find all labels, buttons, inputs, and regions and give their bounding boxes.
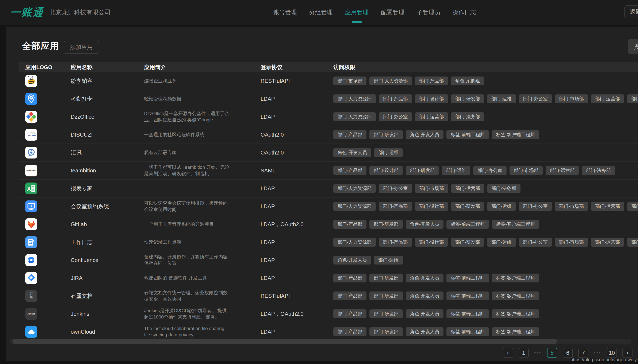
table-row[interactable]: 汇讯私有云部署专家OAuth2.0角色-开发人员部门-运维 <box>19 144 638 162</box>
permission-tag: 部门-研发部 <box>451 202 484 211</box>
login-protocol: LDAP，OAuth2.0 <box>260 221 303 228</box>
login-protocol: RESTfulAPI <box>260 293 290 299</box>
table-row[interactable]: JenkinsJenkinsJenkins是开源CI&CD软件领导者， 提供超过… <box>19 305 638 323</box>
app-desc-cell: 连接企业和业务 <box>144 72 231 90</box>
table-row[interactable]: Confluence创建内容、开展协作，并将所有工作内容保存在同一位置LDAP角… <box>19 251 638 269</box>
page-button[interactable]: 1 <box>519 348 529 358</box>
access-permission-tags: 部门-人力资源部部门-产品部部门-设计部部门-研发部部门-运维部门-办公室部门-… <box>333 90 638 108</box>
permission-tag: 部门-产品部 <box>379 94 412 103</box>
permission-tag: 部门-运营部 <box>415 112 448 121</box>
app-name-cell: ownCloud <box>71 323 95 340</box>
app-logo-cell <box>25 144 37 162</box>
top-navbar: 一账通 北京龙归科技有限公司 账号管理分组管理应用管理配置管理子管理员操作日志 … <box>0 0 638 25</box>
permission-tag: 部门-产品部 <box>333 327 367 336</box>
app-name: GitLab <box>71 221 87 228</box>
back-button[interactable]: 返回 <box>624 6 638 18</box>
pagination-ellipsis[interactable]: ••• <box>594 350 601 356</box>
nav-tab[interactable]: 操作日志 <box>453 0 476 25</box>
app-logo-cell <box>25 108 37 126</box>
permission-tag: 部门-设计部 <box>415 238 448 246</box>
permission-tag: 部门-研发部 <box>451 238 484 246</box>
excel-logo-icon: X <box>25 182 37 194</box>
access-permission-tags: 部门-产品部部门-设计部部门-研发部部门-运维部门-办公室部门-市场部部门-运营… <box>333 162 638 179</box>
permission-tag: 部门-产品部 <box>379 202 412 211</box>
access-permission-tags: 角色-开发人员部门-运维 <box>333 144 638 162</box>
permission-tag: 部门-法务部 <box>627 238 638 246</box>
app-description: 连接企业和业务 <box>144 78 231 84</box>
table-row[interactable]: JIRA敏捷团队的 首选软件 开发工具LDAP部门-产品部部门-研发部角色-开发… <box>19 269 638 287</box>
table-row[interactable]: DzzOfficeDzzOffice是一套开源办公套件，适用于企业、团队搭建自己… <box>19 108 638 126</box>
app-logo-cell <box>25 269 37 287</box>
permission-tag: 部门-法务部 <box>627 202 638 211</box>
table-row[interactable]: 会议室预约系统可以快速查看会议室使用排期，极速预约会议室使用时间LDAP部门-人… <box>19 198 638 216</box>
page-button[interactable]: 7 <box>578 348 588 358</box>
horizontal-scrollbar-thumb[interactable] <box>13 339 557 344</box>
login-protocol-cell: LDAP，OAuth2.0 <box>260 216 303 233</box>
app-desc-cell: 轻松管理考勤数据 <box>144 90 231 108</box>
table-row[interactable]: GitLab一个用于仓库管理系统的开源项目LDAP，OAuth2.0部门-产品部… <box>19 216 638 233</box>
permission-tag: 部门-研发部 <box>370 310 403 318</box>
table-row[interactable]: 工作日志快速记录工作点滴LDAP部门-人力资源部部门-产品部部门-设计部部门-研… <box>19 233 638 251</box>
shimo-logo-icon: 石墨 <box>25 290 37 302</box>
next-page-button[interactable]: › <box>622 348 632 358</box>
login-protocol: OAuth2.0 <box>260 132 284 138</box>
login-protocol-cell: RESTfulAPI <box>260 72 290 90</box>
table-row[interactable]: teambitionteambition一切工作都可以从 Teambition … <box>19 162 638 180</box>
table-row[interactable]: 石墨石墨文档云端文档文件统一管理、企业权限控制数据安全、高效协同RESTfulA… <box>19 287 638 305</box>
access-permission-tags: 部门-产品部部门-研发部角色-开发人员标签-前端工程师标签-客户端工程师 <box>333 216 638 233</box>
access-permission-tags: 角色-开发人员部门-运维 <box>333 251 638 269</box>
app-description: 轻松管理考勤数据 <box>144 96 231 102</box>
brand: 一账通 北京龙归科技有限公司 <box>10 0 111 25</box>
nav-tab[interactable]: 应用管理 <box>345 0 369 25</box>
app-name: Confluence <box>71 257 99 264</box>
page-button[interactable]: 5 <box>547 348 557 358</box>
app-desc-cell: 一切工作都可以从 Teambition 开始。无论是策划活动、研发软件、制造机.… <box>144 162 231 179</box>
permission-tag: 标签-客户端工程师 <box>492 130 539 139</box>
nav-tab[interactable]: 分组管理 <box>309 0 333 25</box>
permission-tag: 部门-运维 <box>374 256 403 264</box>
table-row[interactable]: ☼ 社区动力DISCUZ!DISCUZ!一套通用的社区论坛软件系统OAuth2.… <box>19 126 638 144</box>
permission-tag: 部门-办公室 <box>379 112 412 121</box>
add-app-button[interactable]: 添加应用 <box>64 41 99 54</box>
permission-tag: 部门-法务部 <box>487 184 520 193</box>
nav-tab[interactable]: 账号管理 <box>273 0 297 25</box>
permission-tag: 部门-运营部 <box>591 238 624 246</box>
permission-tag: 部门-运营部 <box>591 202 624 211</box>
page-button[interactable]: 10 <box>607 348 617 358</box>
huixun-logo-icon <box>25 147 37 158</box>
table-row[interactable]: X报表专家LDAP部门-人力资源部部门-办公室部门-市场部部门-运营部部门-法务… <box>19 180 638 198</box>
app-name: 工作日志 <box>71 238 93 246</box>
login-protocol: LDAP <box>260 275 275 282</box>
access-permission-tags: 部门-人力资源部部门-办公室部门-市场部部门-运营部部门-法务部 <box>333 180 638 197</box>
permission-tag: 部门-运营部 <box>591 94 624 103</box>
bee-logo-icon <box>25 75 37 87</box>
page-title: 全部应用 <box>22 40 59 52</box>
app-table: 应用LOGO应用名称应用简介登录协议访问权限 纷享销客连接企业和业务RESTfu… <box>19 62 638 341</box>
pagination-ellipsis[interactable]: ••• <box>534 350 542 356</box>
watermark: https://blog.csdn.net/vagerdwely <box>570 357 637 362</box>
permission-tag: 角色-开发人员 <box>406 130 444 139</box>
permission-tag: 部门-办公室 <box>519 94 552 103</box>
horizontal-scrollbar-track[interactable] <box>10 339 632 344</box>
permission-tag: 部门-运维 <box>487 238 516 246</box>
app-description: 一套通用的社区论坛软件系统 <box>144 132 231 138</box>
prev-page-button[interactable]: ‹ <box>503 348 513 358</box>
permission-tag: 部门-运维 <box>374 148 403 157</box>
nav-tab[interactable]: 子管理员 <box>417 0 440 25</box>
login-protocol-cell: LDAP <box>260 323 275 340</box>
login-protocol: LDAP <box>260 96 275 102</box>
worklog-logo-icon <box>25 236 37 248</box>
permission-tag: 部门-设计部 <box>415 94 448 103</box>
main-nav: 账号管理分组管理应用管理配置管理子管理员操作日志 <box>273 0 476 25</box>
permission-tag: 部门-办公室 <box>519 238 552 246</box>
app-name: 石墨文档 <box>71 292 93 300</box>
table-row[interactable]: 考勤打卡轻松管理考勤数据LDAP部门-人力资源部部门-产品部部门-设计部部门-研… <box>19 90 638 108</box>
table-row[interactable]: 纷享销客连接企业和业务RESTfulAPI部门-市场部部门-人力资源部部门-产品… <box>19 72 638 90</box>
page-button[interactable]: 6 <box>563 348 573 358</box>
permission-tag: 部门-设计部 <box>415 202 448 211</box>
table-row[interactable]: ownCloudThe last cloud collaboration fil… <box>19 323 638 341</box>
permission-tag: 标签-前端工程师 <box>446 327 489 336</box>
search-button[interactable]: 搜索 <box>628 39 638 54</box>
permission-tag: 部门-研发部 <box>406 166 439 175</box>
nav-tab[interactable]: 配置管理 <box>381 0 405 25</box>
